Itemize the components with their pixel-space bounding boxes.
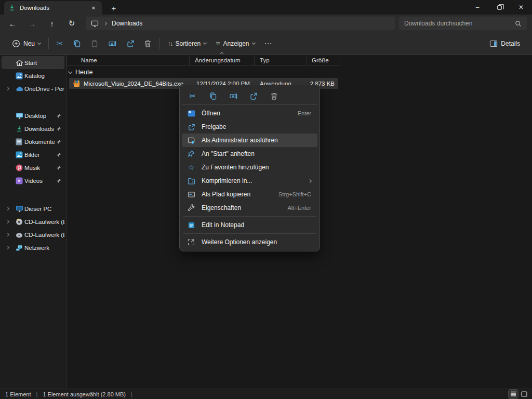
- delete-button[interactable]: [139, 35, 156, 52]
- sort-button[interactable]: ↑↓ Sortieren: [163, 35, 211, 52]
- sidebar-item-videos[interactable]: Videos: [2, 174, 64, 187]
- more-options-button[interactable]: ⋯: [260, 35, 277, 52]
- menu-item-zu-favoriten-hinzufuegen[interactable]: ☆ Zu Favoriten hinzufügen: [182, 161, 317, 174]
- file-explorer-window: Downloads ✕ + – ✕ ← → ↑ ↻ Downloads: [0, 0, 532, 399]
- documents-icon: [16, 138, 22, 145]
- restore-button[interactable]: [488, 0, 510, 15]
- new-button[interactable]: Neu: [7, 35, 45, 52]
- pin-outline-icon: [187, 150, 195, 157]
- menu-item-an-start-anheften[interactable]: An "Start" anheften: [182, 147, 317, 161]
- sidebar-item-onedrive[interactable]: OneDrive - Persona: [2, 82, 64, 95]
- home-icon: [16, 59, 23, 66]
- column-header-modified[interactable]: Änderungsdatum: [190, 55, 255, 65]
- minimize-button[interactable]: –: [467, 0, 488, 15]
- search-icon: [515, 20, 522, 27]
- menu-shortcut: Enter: [298, 110, 311, 116]
- menu-item-edit-in-notepad[interactable]: Edit in Notepad: [182, 218, 317, 232]
- new-tab-button[interactable]: +: [108, 2, 119, 14]
- notepad-icon: [187, 221, 195, 229]
- tab-downloads[interactable]: Downloads ✕: [4, 1, 102, 15]
- menu-item-oeffnen[interactable]: Öffnen Enter: [182, 107, 317, 120]
- sidebar-item-label: Videos: [24, 178, 43, 184]
- view-lines-icon: ≡: [216, 39, 220, 48]
- close-button[interactable]: ✕: [510, 0, 532, 15]
- rename-button[interactable]: A: [103, 35, 122, 52]
- menu-item-weitere-optionen-anzeigen[interactable]: Weitere Optionen anzeigen: [182, 235, 317, 249]
- sidebar-item-musik[interactable]: Musik: [2, 161, 64, 174]
- details-view-button[interactable]: [509, 390, 518, 398]
- menu-shortcut: Strg+Shift+C: [278, 191, 311, 197]
- sidebar-item-dokumente[interactable]: Dokumente: [2, 135, 64, 148]
- menu-item-freigabe[interactable]: Freigabe: [182, 120, 317, 134]
- sidebar-item-start[interactable]: Start: [2, 56, 64, 69]
- menu-item-als-pfad-kopieren[interactable]: Als Pfad kopieren Strg+Shift+C: [182, 188, 317, 201]
- gallery-icon: [16, 72, 23, 79]
- delete-icon[interactable]: [266, 89, 282, 103]
- paste-button[interactable]: [86, 35, 103, 52]
- sidebar-item-dieser-pc[interactable]: Dieser PC: [2, 202, 64, 215]
- refresh-button[interactable]: ↻: [64, 17, 79, 30]
- details-pane-button[interactable]: Details: [485, 35, 525, 52]
- up-button[interactable]: ↑: [45, 17, 59, 30]
- details-pane-icon: [489, 40, 498, 47]
- column-header-name[interactable]: Name: [66, 55, 190, 65]
- column-header-size[interactable]: Größe: [307, 55, 340, 65]
- chevron-right-icon[interactable]: [6, 220, 9, 223]
- menu-separator: [183, 233, 316, 234]
- sidebar-item-katalog[interactable]: Katalog: [2, 69, 64, 82]
- desktop-icon: [16, 112, 23, 119]
- chevron-right-icon[interactable]: [6, 233, 9, 236]
- menu-item-als-administrator-ausfuehren[interactable]: Als Administrator ausführen: [182, 134, 317, 147]
- details-pane-label: Details: [501, 40, 520, 47]
- cut-icon[interactable]: ✂: [185, 89, 201, 103]
- videos-icon: [16, 177, 23, 184]
- chevron-right-icon[interactable]: [6, 246, 9, 249]
- collapse-chevron-icon[interactable]: [68, 69, 72, 73]
- share-button[interactable]: [122, 35, 139, 52]
- sidebar-item-downloads[interactable]: Downloads: [2, 122, 64, 135]
- address-bar[interactable]: Downloads: [86, 17, 395, 30]
- item-count: 1 Element: [5, 391, 31, 397]
- sidebar-item-label: Bilder: [24, 152, 39, 158]
- tab-title: Downloads: [20, 5, 85, 11]
- pin-icon: [56, 165, 61, 170]
- menu-item-eigenschaften[interactable]: Eigenschaften Alt+Enter: [182, 201, 317, 215]
- forward-button[interactable]: →: [25, 17, 39, 30]
- disc-drive-icon: [16, 231, 23, 238]
- menu-item-komprimieren-in[interactable]: Komprimieren in...: [182, 174, 317, 188]
- column-header-type[interactable]: Typ: [255, 55, 307, 65]
- rename-icon[interactable]: A: [225, 89, 241, 103]
- breadcrumb-downloads[interactable]: Downloads: [112, 20, 142, 27]
- downloads-folder-icon: [16, 125, 23, 132]
- tab-close-icon[interactable]: ✕: [89, 4, 98, 12]
- chevron-right-icon[interactable]: [6, 87, 9, 90]
- sidebar-item-cd-laufwerk-d[interactable]: CD-Laufwerk (D:) V: [2, 215, 64, 228]
- share-icon[interactable]: [246, 89, 261, 103]
- sidebar-item-desktop[interactable]: Desktop: [2, 109, 64, 122]
- large-icons-view-button[interactable]: [520, 390, 529, 398]
- installer-file-icon: [73, 80, 81, 87]
- music-icon: [16, 164, 23, 171]
- search-box[interactable]: [399, 17, 527, 30]
- group-header-heute[interactable]: Heute: [69, 68, 92, 77]
- submenu-arrow-icon: [308, 179, 312, 182]
- toolbar-divider: [48, 38, 49, 49]
- chevron-right-icon[interactable]: [6, 207, 9, 210]
- new-button-label: Neu: [23, 40, 35, 47]
- pin-icon: [56, 152, 61, 157]
- sidebar-item-label: OneDrive - Persona: [24, 86, 64, 92]
- sidebar-item-cd-laufwerk-e[interactable]: CD-Laufwerk (E:) 20: [2, 228, 64, 241]
- sidebar-item-label: Netzwerk: [24, 245, 49, 251]
- back-button[interactable]: ←: [5, 17, 20, 30]
- pin-icon: [56, 139, 61, 144]
- sidebar-item-bilder[interactable]: Bilder: [2, 148, 64, 161]
- copy-button[interactable]: [68, 35, 86, 52]
- open-app-icon: [187, 110, 195, 117]
- view-button[interactable]: ≡ Anzeigen: [211, 35, 259, 52]
- search-input[interactable]: [404, 20, 515, 27]
- sidebar-item-label: Dieser PC: [24, 206, 51, 212]
- cut-button[interactable]: ✂: [52, 35, 68, 52]
- copy-icon[interactable]: [205, 89, 221, 103]
- sidebar-item-netzwerk[interactable]: Netzwerk: [2, 241, 64, 254]
- navigation-bar: ← → ↑ ↻ Downloads: [0, 15, 532, 32]
